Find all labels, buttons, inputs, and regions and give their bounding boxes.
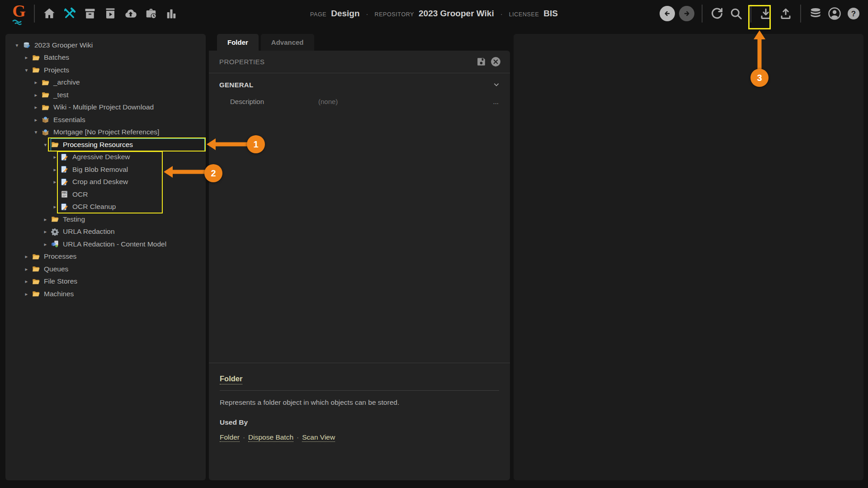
tree-item[interactable]: ▸URLA Redaction - Content Model	[5, 238, 206, 251]
save-icon[interactable]	[476, 56, 487, 67]
archive-box-icon[interactable]	[83, 6, 97, 21]
collapse-arrow-icon[interactable]: ▾	[23, 67, 30, 73]
user-icon[interactable]	[827, 6, 842, 21]
forward-button[interactable]	[679, 6, 694, 21]
tree-item-body[interactable]: Queues	[32, 263, 205, 275]
tree-item-body[interactable]: Big Blob Removal	[60, 163, 205, 176]
collapse-arrow-icon[interactable]: ▾	[14, 42, 20, 48]
expand-arrow-icon[interactable]: ▸	[52, 179, 58, 185]
grooper-logo[interactable]: G	[9, 1, 29, 27]
tree-item[interactable]: ▾Projects	[5, 64, 206, 76]
tree-item[interactable]: ▸Queues	[5, 263, 206, 275]
cloud-upload-icon[interactable]	[123, 6, 138, 21]
tree-item[interactable]: ▸Essentials	[5, 114, 206, 126]
design-tools-icon[interactable]	[62, 6, 77, 21]
tree-item[interactable]: ▾2023 Grooper Wiki	[5, 39, 206, 52]
tree-item-body[interactable]: URLA Redaction - Content Model	[51, 238, 205, 251]
tree-item[interactable]: ▸Batches	[5, 52, 206, 64]
tree-item-body[interactable]: File Stores	[32, 275, 205, 288]
tab-folder[interactable]: Folder	[217, 34, 259, 51]
tree-item[interactable]: ▸_test	[5, 89, 206, 101]
expand-arrow-icon[interactable]: ▸	[23, 266, 30, 272]
general-section-header[interactable]: GENERAL	[209, 75, 510, 94]
chevron-down-icon[interactable]	[492, 80, 501, 89]
tree-item[interactable]: ▸Big Blob Removal	[5, 163, 206, 176]
used-by-link-folder[interactable]: Folder	[220, 433, 240, 442]
tree-item[interactable]: ▸URLA Redaction	[5, 226, 206, 238]
detail-panel-empty	[514, 34, 863, 480]
page-value[interactable]: Design	[331, 9, 359, 19]
tree-item-body[interactable]: Mortgage [No Project References]	[41, 126, 205, 139]
expand-arrow-icon[interactable]: ▸	[23, 54, 30, 61]
refresh-icon[interactable]	[710, 6, 724, 21]
tree-item-body[interactable]: _archive	[41, 76, 205, 89]
expand-arrow-icon[interactable]: ▸	[52, 204, 58, 210]
expand-arrow-icon[interactable]: ▸	[33, 92, 39, 98]
tree-item-body[interactable]: ABCOCR	[60, 188, 205, 201]
expand-arrow-icon[interactable]: ▸	[33, 79, 39, 85]
expand-arrow-icon[interactable]: ▸	[42, 216, 49, 223]
used-by-links: Folder·Dispose Batch·Scan View	[220, 433, 499, 441]
tree-item-body[interactable]: Agressive Deskew	[60, 151, 205, 164]
tree-item-body[interactable]: Batches	[32, 52, 205, 64]
download-icon[interactable]	[759, 6, 773, 21]
upload-icon[interactable]	[778, 6, 793, 21]
expand-arrow-icon[interactable]: ▸	[42, 228, 49, 235]
briefcase-clock-icon[interactable]	[144, 6, 158, 21]
description-value[interactable]: (none)	[318, 98, 338, 105]
expand-arrow-icon[interactable]: ▸	[52, 166, 58, 173]
cancel-icon[interactable]	[490, 56, 501, 67]
folder-icon	[42, 91, 50, 99]
tree-item-label: Processes	[44, 252, 76, 261]
tree-item[interactable]: ▸Wiki - Multiple Project Download	[5, 101, 206, 114]
tab-advanced[interactable]: Advanced	[261, 34, 314, 51]
description-property-row[interactable]: Description (none) ...	[209, 94, 510, 109]
tree-item-body[interactable]: _test	[41, 89, 205, 101]
tree-item[interactable]: ABCOCR	[5, 188, 206, 201]
database-icon[interactable]	[808, 6, 823, 21]
expand-arrow-icon[interactable]: ▸	[23, 253, 30, 260]
search-icon[interactable]	[729, 6, 743, 21]
tree-item-body[interactable]: 2023 Grooper Wiki	[22, 39, 205, 52]
back-button[interactable]	[660, 6, 675, 21]
tree-item[interactable]: ▸Crop and Deskew	[5, 176, 206, 189]
expand-arrow-icon[interactable]: ▸	[23, 291, 30, 297]
expand-arrow-icon[interactable]: ▸	[23, 278, 30, 284]
tree-item-body[interactable]: Crop and Deskew	[60, 176, 205, 189]
tree-item[interactable]: ▸Agressive Deskew	[5, 151, 206, 164]
tree-item-body[interactable]: URLA Redaction	[51, 226, 205, 238]
page-label: PAGE	[310, 10, 326, 18]
tree-item[interactable]: ▸File Stores	[5, 275, 206, 288]
expand-arrow-icon[interactable]: ▸	[33, 117, 39, 123]
tree-item-label: Agressive Deskew	[72, 153, 130, 161]
repository-value[interactable]: 2023 Grooper Wiki	[419, 9, 494, 19]
tree-item[interactable]: ▸OCR Cleanup	[5, 201, 206, 213]
tree-item-body[interactable]: Essentials	[41, 114, 205, 126]
tree-item-body[interactable]: Machines	[32, 288, 205, 300]
home-icon[interactable]	[42, 6, 57, 21]
tree-item[interactable]: ▾Mortgage [No Project References]	[5, 126, 206, 139]
tree-item-body[interactable]: OCR Cleanup	[60, 201, 205, 213]
tree-item[interactable]: ▸_archive	[5, 76, 206, 89]
tree-item-body[interactable]: Processes	[32, 251, 205, 263]
tree-item[interactable]: ▸Machines	[5, 288, 206, 300]
batch-play-icon[interactable]	[103, 6, 118, 21]
help-icon[interactable]: ?	[846, 6, 861, 21]
tree-item-selected-body[interactable]: Processing Resources	[51, 138, 205, 151]
help-title-link[interactable]: Folder	[220, 374, 242, 384]
tree-item[interactable]: ▸Processes	[5, 251, 206, 263]
tree-item-body[interactable]: Wiki - Multiple Project Download	[41, 101, 205, 114]
tree-item-body[interactable]: Testing	[51, 213, 205, 226]
description-ellipsis-button[interactable]: ...	[493, 98, 499, 105]
tree-item[interactable]: ▸Testing	[5, 213, 206, 226]
expand-arrow-icon[interactable]: ▸	[42, 241, 49, 247]
bar-chart-icon[interactable]	[164, 6, 179, 21]
expand-arrow-icon[interactable]: ▸	[33, 104, 39, 110]
expand-arrow-icon[interactable]: ▸	[52, 154, 58, 160]
used-by-link-dispose-batch[interactable]: Dispose Batch	[248, 433, 293, 442]
tree-item[interactable]: ▾Processing Resources	[5, 138, 206, 151]
collapse-arrow-icon[interactable]: ▾	[42, 142, 49, 148]
used-by-link-scan-view[interactable]: Scan View	[302, 433, 335, 442]
collapse-arrow-icon[interactable]: ▾	[33, 129, 39, 135]
tree-item-body[interactable]: Projects	[32, 64, 205, 76]
